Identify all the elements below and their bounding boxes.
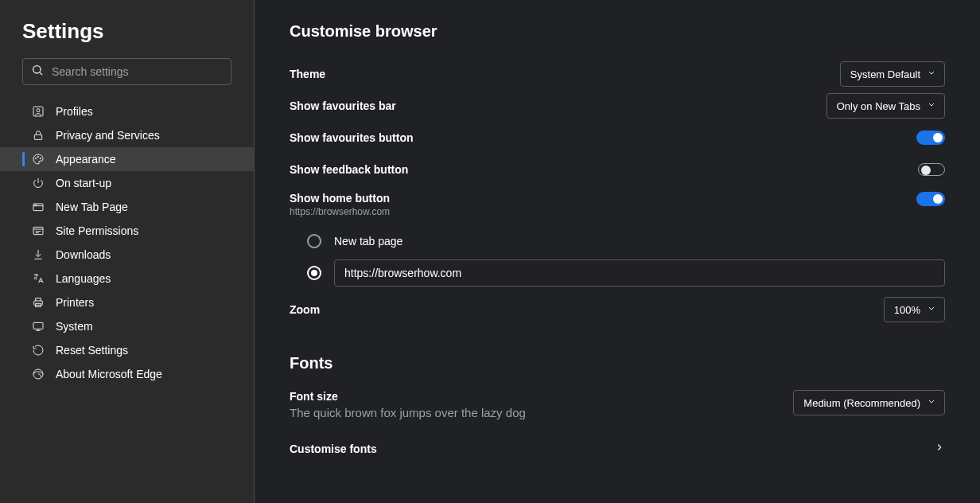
chevron-right-icon — [934, 442, 945, 456]
svg-point-5 — [35, 158, 36, 158]
permissions-icon — [32, 224, 45, 237]
search-input[interactable] — [52, 65, 223, 78]
chevron-down-icon — [927, 68, 936, 80]
theme-label: Theme — [290, 68, 325, 80]
feedback-button-label: Show feedback button — [290, 163, 408, 176]
sidebar-item-languages[interactable]: Languages — [0, 267, 254, 290]
font-size-dropdown[interactable]: Medium (Recommended) — [793, 390, 945, 415]
row-theme: Theme System Default — [290, 58, 945, 90]
theme-dropdown[interactable]: System Default — [840, 61, 945, 87]
zoom-dropdown[interactable]: 100% — [884, 297, 945, 322]
main-content: Customise browser Theme System Default S… — [255, 0, 980, 503]
dropdown-value: System Default — [850, 68, 920, 80]
search-container — [0, 58, 254, 95]
lock-icon — [32, 129, 45, 142]
sidebar-item-label: Privacy and Services — [56, 129, 160, 142]
sidebar-item-label: Downloads — [56, 248, 111, 261]
sidebar-item-label: System — [56, 320, 93, 333]
row-feedback-button: Show feedback button — [290, 154, 945, 185]
sidebar-item-label: Site Permissions — [56, 224, 138, 237]
languages-icon — [32, 272, 45, 285]
download-icon — [32, 248, 45, 261]
profiles-icon — [32, 105, 45, 118]
sidebar-item-appearance[interactable]: Appearance — [0, 147, 254, 171]
search-icon — [31, 64, 44, 80]
edge-icon — [32, 368, 45, 380]
home-button-label-group: Show home button https://browserhow.com — [290, 192, 390, 217]
svg-rect-4 — [34, 135, 41, 139]
sidebar-item-label: Languages — [56, 272, 111, 285]
chevron-down-icon — [927, 100, 936, 112]
home-option-newtab-row: New tab page — [307, 225, 945, 257]
home-button-toggle[interactable] — [916, 192, 945, 206]
svg-rect-12 — [33, 227, 43, 234]
sidebar-item-newtab[interactable]: New Tab Page — [0, 195, 254, 219]
dropdown-value: Medium (Recommended) — [803, 397, 920, 409]
newtab-icon — [32, 201, 45, 213]
dropdown-value: 100% — [894, 304, 920, 316]
sidebar-item-label: Profiles — [56, 105, 93, 118]
chevron-down-icon — [927, 397, 936, 409]
row-favourites-button: Show favourites button — [290, 122, 945, 154]
row-favourites-bar: Show favourites bar Only on New Tabs — [290, 90, 945, 122]
search-box[interactable] — [22, 58, 231, 85]
sidebar-item-system[interactable]: System — [0, 314, 254, 338]
svg-line-1 — [40, 72, 42, 75]
row-font-size: Font size The quick brown fox jumps over… — [290, 390, 945, 422]
dropdown-value: Only on New Tabs — [837, 100, 920, 112]
svg-point-7 — [40, 158, 41, 158]
sidebar-item-label: Printers — [56, 296, 94, 309]
printer-icon — [32, 296, 45, 309]
feedback-button-toggle[interactable] — [918, 163, 945, 176]
row-home-button: Show home button https://browserhow.com — [290, 185, 945, 217]
font-size-label-group: Font size The quick brown fox jumps over… — [290, 390, 526, 419]
home-url-input[interactable] — [334, 259, 945, 287]
sidebar-item-label: New Tab Page — [56, 201, 128, 213]
favourites-button-label: Show favourites button — [290, 131, 414, 144]
reset-icon — [32, 344, 45, 357]
settings-sidebar: Settings Profiles Privacy and Services A… — [0, 0, 255, 503]
sidebar-item-reset[interactable]: Reset Settings — [0, 338, 254, 362]
palette-icon — [32, 153, 45, 166]
zoom-label: Zoom — [290, 303, 320, 316]
page-title: Settings — [0, 19, 254, 58]
sidebar-item-privacy[interactable]: Privacy and Services — [0, 123, 254, 147]
sidebar-item-startup[interactable]: On start-up — [0, 171, 254, 195]
sidebar-item-about[interactable]: About Microsoft Edge — [0, 362, 254, 386]
svg-point-11 — [36, 205, 37, 205]
sidebar-item-label: On start-up — [56, 177, 111, 189]
svg-rect-2 — [33, 107, 43, 116]
svg-point-3 — [37, 109, 40, 112]
sidebar-item-label: Reset Settings — [56, 344, 128, 357]
section-title-customise: Customise browser — [290, 22, 945, 41]
customise-fonts-label: Customise fonts — [290, 443, 377, 455]
home-button-options: New tab page — [290, 225, 945, 289]
section-title-fonts: Fonts — [290, 354, 945, 372]
font-size-preview: The quick brown fox jumps over the lazy … — [290, 406, 526, 419]
svg-point-10 — [35, 205, 36, 205]
svg-point-6 — [37, 156, 38, 157]
chevron-down-icon — [927, 304, 936, 316]
home-button-sub: https://browserhow.com — [290, 206, 390, 217]
sidebar-item-label: Appearance — [56, 153, 116, 166]
radio-url[interactable] — [307, 266, 321, 280]
system-icon — [32, 320, 45, 333]
sidebar-item-label: About Microsoft Edge — [56, 368, 162, 380]
row-zoom: Zoom 100% — [290, 294, 945, 326]
sidebar-nav: Profiles Privacy and Services Appearance… — [0, 95, 254, 386]
favourites-bar-label: Show favourites bar — [290, 99, 396, 112]
sidebar-item-downloads[interactable]: Downloads — [0, 243, 254, 267]
favourites-button-toggle[interactable] — [916, 131, 945, 145]
power-icon — [32, 177, 45, 189]
sidebar-item-permissions[interactable]: Site Permissions — [0, 219, 254, 243]
sidebar-item-printers[interactable]: Printers — [0, 290, 254, 314]
radio-newtab-label: New tab page — [334, 235, 402, 248]
sidebar-item-profiles[interactable]: Profiles — [0, 99, 254, 123]
row-customise-fonts[interactable]: Customise fonts — [290, 433, 945, 465]
svg-rect-18 — [33, 322, 43, 329]
home-option-url-row — [307, 257, 945, 289]
radio-newtab[interactable] — [307, 234, 321, 248]
favourites-bar-dropdown[interactable]: Only on New Tabs — [826, 93, 945, 119]
svg-point-0 — [33, 66, 41, 73]
home-button-label: Show home button — [290, 192, 390, 205]
